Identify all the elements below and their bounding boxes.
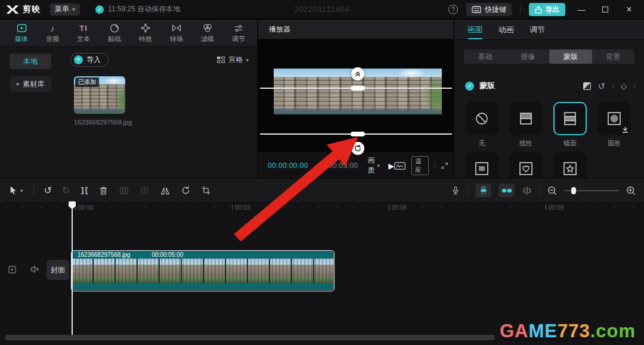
redo-button[interactable]: ↻ — [62, 186, 70, 195]
freeze-frame-button[interactable] — [119, 186, 129, 195]
mask-bottom-handle[interactable] — [351, 132, 365, 136]
auto-snap-toggle[interactable] — [475, 184, 491, 197]
mask-circle-icon — [606, 110, 623, 127]
mask-option-label: 圆形 — [597, 139, 631, 148]
zoom-slider-handle[interactable] — [571, 187, 576, 194]
player-title: 播放器 — [269, 24, 290, 35]
tab-picture[interactable]: 画面 — [467, 20, 483, 39]
keyframe-next-icon[interactable]: › — [633, 82, 636, 90]
adjust-sliders-icon — [233, 23, 244, 33]
mask-checkbox[interactable]: ✓ — [465, 82, 474, 91]
invert-mask-icon[interactable] — [583, 82, 591, 90]
media-item-thumbnail[interactable]: 已添加 — [74, 76, 125, 114]
record-voiceover-button[interactable] — [451, 185, 460, 196]
track-options-icon[interactable] — [8, 265, 17, 274]
subtab-basic[interactable]: 基础 — [464, 49, 507, 64]
keyframe-diamond-icon[interactable]: ◇ — [621, 82, 627, 91]
tab-adjustment[interactable]: 调节 — [530, 20, 545, 39]
clip-footer-bar — [72, 283, 334, 290]
shortcuts-button[interactable]: 快捷键 — [466, 3, 512, 16]
mute-track-icon[interactable] — [30, 265, 40, 274]
menu-button[interactable]: 菜单 ▾ — [50, 4, 80, 15]
linkage-toggle[interactable] — [499, 184, 515, 197]
tab-sticker[interactable]: 贴纸 — [99, 23, 130, 43]
mask-option-label: 镜面 — [553, 139, 587, 148]
quality-selector[interactable]: 画质 ▾ — [368, 156, 380, 176]
select-tool-button[interactable]: ▾ — [8, 185, 23, 195]
export-button[interactable]: 导出 — [529, 3, 565, 16]
crop-button[interactable] — [201, 185, 211, 195]
preview-axis-toggle[interactable] — [522, 186, 532, 195]
mask-option-star[interactable] — [553, 152, 587, 178]
tab-audio[interactable]: ♪ 音频 — [37, 23, 68, 43]
subtab-mask[interactable]: 蒙版 — [549, 49, 592, 64]
mask-option-heart[interactable] — [509, 152, 543, 178]
help-icon[interactable]: ? — [448, 5, 458, 14]
trash-icon — [98, 185, 109, 196]
controls-divider — [435, 162, 435, 169]
reverse-button[interactable] — [140, 185, 150, 195]
sidebar-item-library[interactable]: ▶ 素材库 — [10, 76, 51, 92]
mirror-flip-button[interactable] — [160, 186, 171, 195]
picture-subtabs: 基础 抠像 蒙版 背景 — [464, 49, 634, 64]
split-button[interactable]: ][ — [80, 186, 88, 195]
player-panel: 播放器 00:00:00:00 00:00:05:00 画质 ▾ ▶ — [258, 20, 453, 178]
mask-feather-handle[interactable] — [351, 67, 364, 80]
delete-button[interactable] — [98, 185, 109, 196]
mask-option-label: 线性 — [509, 139, 543, 148]
reset-icon[interactable]: ↺ — [597, 82, 605, 90]
tab-media[interactable]: 媒体 — [6, 23, 37, 43]
tab-text[interactable]: TI 文本 — [68, 23, 99, 43]
mask-linear-icon — [518, 110, 534, 127]
mask-top-handle[interactable] — [351, 86, 365, 91]
check-icon: ✓ — [95, 5, 104, 14]
autosave-text: 11:59:25 自动保存本地 — [108, 4, 180, 14]
magnet-snap-icon — [478, 185, 490, 195]
tab-animation[interactable]: 动画 — [499, 20, 514, 39]
keyframe-prev-icon[interactable]: ‹ — [612, 82, 614, 90]
mask-option-circle[interactable] — [597, 102, 631, 135]
timeline-clip[interactable]: 1623668297568.jpg 00:00:05:00 — [71, 250, 335, 291]
tab-adjust[interactable]: 调节 — [223, 23, 254, 43]
crop-icon — [201, 185, 211, 195]
close-button[interactable]: × — [621, 4, 637, 15]
asset-tabstrip: 媒体 ♪ 音频 TI 文本 贴纸 特效 转场 — [0, 20, 257, 47]
mask-option-linear[interactable] — [509, 102, 543, 135]
timeline-ruler[interactable]: 00:00 00:03 00:06 00:09 — [0, 203, 644, 216]
zoom-in-button[interactable] — [626, 186, 636, 195]
current-timecode: 00:00:00:00 — [268, 161, 308, 170]
import-button[interactable]: + 导入 — [70, 53, 109, 67]
undo-button[interactable]: ↺ — [44, 186, 52, 195]
tab-effects[interactable]: 特效 — [130, 23, 161, 43]
zoom-out-button[interactable] — [547, 186, 557, 195]
player-canvas[interactable] — [258, 39, 453, 152]
timeline-horizontal-scrollbar[interactable] — [5, 335, 495, 340]
preview-axis-icon — [522, 186, 532, 195]
expand-arrow-icon: ▶ — [17, 82, 20, 86]
fit-button[interactable]: 适应 — [411, 156, 429, 175]
chevron-down-icon: ▾ — [20, 188, 23, 194]
maximize-icon — [602, 7, 608, 13]
mask-option-mirror[interactable] — [553, 102, 587, 135]
view-mode-selector[interactable]: 宫格 ▾ — [216, 55, 249, 65]
maximize-button[interactable] — [597, 5, 613, 14]
scope-icon[interactable] — [394, 161, 405, 170]
minimize-button[interactable]: — — [574, 5, 589, 14]
tab-transitions[interactable]: 转场 — [161, 23, 192, 43]
mask-option-label: 无 — [465, 139, 499, 148]
mask-option-none[interactable] — [465, 102, 499, 135]
rotate-button[interactable] — [181, 185, 191, 195]
tab-filters[interactable]: 滤镜 — [192, 23, 223, 43]
chevron-down-icon: ▾ — [72, 6, 75, 13]
subtab-chroma[interactable]: 抠像 — [507, 49, 550, 64]
sidebar-divider — [60, 47, 60, 178]
mask-option-rectangle[interactable] — [465, 152, 499, 178]
sticker-icon — [109, 23, 120, 33]
cover-button[interactable]: 封面 — [47, 260, 69, 280]
sidebar-item-local[interactable]: 本地 — [10, 54, 51, 69]
play-button[interactable]: ▶ — [388, 161, 394, 170]
rotate-arrows-icon — [354, 144, 362, 153]
subtab-background[interactable]: 背景 — [592, 49, 635, 64]
fullscreen-icon[interactable] — [441, 161, 448, 170]
timeline-zoom-slider[interactable] — [564, 190, 619, 191]
